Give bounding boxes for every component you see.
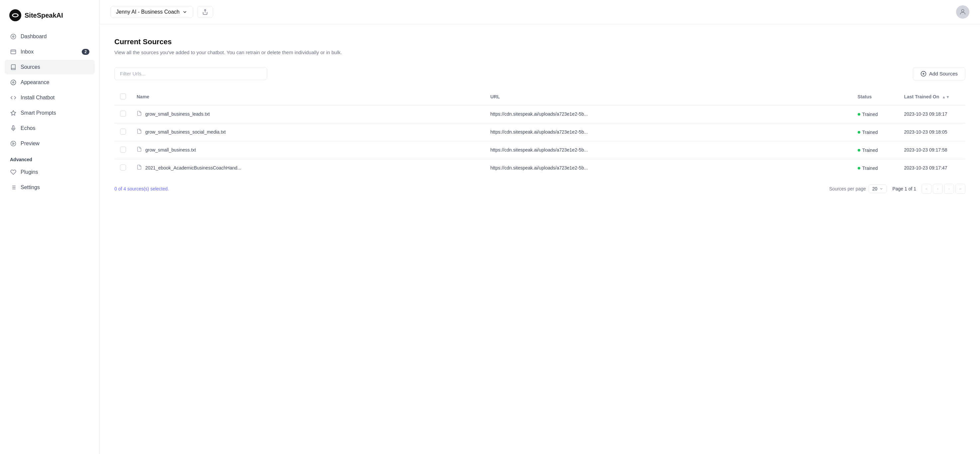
- plugins-label: Plugins: [21, 169, 38, 175]
- status-text: Trained: [862, 165, 878, 171]
- install-chatbot-label: Install Chatbot: [21, 95, 54, 101]
- selected-count: 0 of 4 sources(s) selected.: [115, 186, 169, 191]
- row-url: https://cdn.sitespeak.ai/uploads/a723e1e…: [490, 111, 588, 117]
- dropdown-chevron-icon: [879, 187, 883, 191]
- prev-page-button[interactable]: ‹: [933, 184, 943, 194]
- svg-point-2: [11, 34, 16, 39]
- sidebar-item-install-chatbot[interactable]: Install Chatbot: [5, 90, 95, 105]
- share-button[interactable]: [197, 6, 213, 18]
- svg-point-3: [13, 36, 14, 38]
- svg-point-9: [11, 141, 16, 146]
- echos-icon: [10, 125, 17, 132]
- row-url-cell: https://cdn.sitespeak.ai/uploads/a723e1e…: [485, 123, 852, 141]
- user-avatar[interactable]: [956, 5, 969, 19]
- sidebar-item-sources[interactable]: Sources: [5, 60, 95, 75]
- page-description: View all the sources you've added to you…: [115, 49, 966, 57]
- status-text: Trained: [862, 148, 878, 153]
- app-logo: SiteSpeakAI: [0, 0, 99, 29]
- row-url: https://cdn.sitespeak.ai/uploads/a723e1e…: [490, 129, 588, 135]
- sidebar-item-plugins[interactable]: Plugins: [5, 165, 95, 179]
- last-page-button[interactable]: »: [955, 184, 966, 194]
- row-checkbox[interactable]: [120, 146, 126, 152]
- next-page-button[interactable]: ›: [944, 184, 954, 194]
- sidebar-item-smart-prompts[interactable]: Smart Prompts: [5, 106, 95, 120]
- inbox-label: Inbox: [21, 49, 33, 55]
- row-name-cell: grow_small_business_leads.txt: [131, 105, 485, 123]
- row-status-cell: Trained: [852, 141, 899, 159]
- chatbot-selector[interactable]: Jenny AI - Business Coach: [110, 6, 193, 18]
- topbar: Jenny AI - Business Coach: [100, 0, 980, 24]
- sidebar-item-inbox[interactable]: Inbox 2: [5, 44, 95, 59]
- status-dot: [858, 113, 860, 116]
- row-name-cell: grow_small_business.txt: [131, 141, 485, 159]
- select-all-header[interactable]: [115, 89, 132, 105]
- table-row: grow_small_business_social_media.txt htt…: [115, 123, 966, 141]
- plus-circle-icon: [921, 71, 926, 77]
- sidebar-item-dashboard[interactable]: Dashboard: [5, 29, 95, 44]
- name-header: Name: [131, 89, 485, 105]
- svg-marker-10: [13, 143, 14, 144]
- sidebar: SiteSpeakAI Dashboard Inbox 2 Sources: [0, 0, 100, 454]
- filter-input[interactable]: [115, 67, 267, 80]
- status-dot: [858, 167, 860, 170]
- pagination-right: Sources per page 20 Page 1 of 1 « ‹ › »: [829, 184, 966, 194]
- row-checkbox-cell[interactable]: [115, 105, 132, 123]
- row-trained-date: 2023-10-23 09:17:58: [904, 147, 947, 152]
- chatbot-name: Jenny AI - Business Coach: [116, 9, 180, 15]
- svg-rect-4: [11, 50, 16, 54]
- row-checkbox[interactable]: [120, 111, 126, 117]
- last-trained-header: Last Trained On ▲▼: [899, 89, 966, 105]
- row-url-cell: https://cdn.sitespeak.ai/uploads/a723e1e…: [485, 141, 852, 159]
- row-trained-cell: 2023-10-23 09:18:17: [899, 105, 966, 123]
- row-name-cell: grow_small_business_social_media.txt: [131, 123, 485, 141]
- page-title: Current Sources: [115, 38, 966, 46]
- status-dot: [858, 131, 860, 133]
- row-status-cell: Trained: [852, 123, 899, 141]
- row-name: 2021_ebook_AcademicBusinessCoachHand...: [145, 165, 241, 170]
- file-icon: [137, 111, 142, 117]
- status-header: Status: [852, 89, 899, 105]
- advanced-section-label: Advanced: [5, 152, 95, 165]
- add-sources-button[interactable]: Add Sources: [913, 67, 966, 81]
- row-checkbox-cell[interactable]: [115, 159, 132, 177]
- smart-prompts-label: Smart Prompts: [21, 110, 56, 116]
- sidebar-item-echos[interactable]: Echos: [5, 121, 95, 136]
- per-page-dropdown[interactable]: 20: [869, 184, 887, 193]
- sidebar-item-preview[interactable]: Preview: [5, 136, 95, 151]
- status-badge: Trained: [858, 112, 878, 117]
- sidebar-item-settings[interactable]: Settings: [5, 180, 95, 195]
- row-checkbox-cell[interactable]: [115, 141, 132, 159]
- sources-icon: [10, 64, 17, 70]
- first-page-button[interactable]: «: [921, 184, 931, 194]
- row-checkbox[interactable]: [120, 165, 126, 170]
- status-dot: [858, 149, 860, 152]
- table-row: 2021_ebook_AcademicBusinessCoachHand... …: [115, 159, 966, 177]
- select-all-checkbox[interactable]: [120, 94, 126, 99]
- status-badge: Trained: [858, 148, 878, 153]
- toolbar: Add Sources: [115, 67, 966, 81]
- row-name: grow_small_business.txt: [145, 147, 196, 152]
- share-icon: [202, 9, 208, 15]
- settings-label: Settings: [21, 184, 40, 190]
- settings-icon: [10, 184, 17, 191]
- svg-marker-7: [11, 111, 16, 115]
- row-trained-cell: 2023-10-23 09:18:05: [899, 123, 966, 141]
- sidebar-nav: Dashboard Inbox 2 Sources Appearance: [0, 29, 99, 454]
- page-info: Page 1 of 1: [892, 186, 916, 191]
- table-footer: 0 of 4 sources(s) selected. Sources per …: [115, 184, 966, 194]
- svg-point-18: [961, 10, 964, 12]
- page-content: Current Sources View all the sources you…: [100, 24, 980, 454]
- inbox-badge: 2: [82, 49, 89, 55]
- pagination-buttons: « ‹ › »: [921, 184, 966, 194]
- app-name: SiteSpeakAI: [25, 12, 63, 19]
- table-row: grow_small_business_leads.txt https://cd…: [115, 105, 966, 123]
- sidebar-item-appearance[interactable]: Appearance: [5, 75, 95, 90]
- appearance-label: Appearance: [21, 79, 49, 86]
- preview-label: Preview: [21, 141, 40, 146]
- preview-icon: [10, 140, 17, 147]
- row-checkbox[interactable]: [120, 129, 126, 135]
- row-checkbox-cell[interactable]: [115, 123, 132, 141]
- file-icon: [137, 165, 142, 171]
- row-trained-cell: 2023-10-23 09:17:58: [899, 141, 966, 159]
- row-url: https://cdn.sitespeak.ai/uploads/a723e1e…: [490, 165, 588, 170]
